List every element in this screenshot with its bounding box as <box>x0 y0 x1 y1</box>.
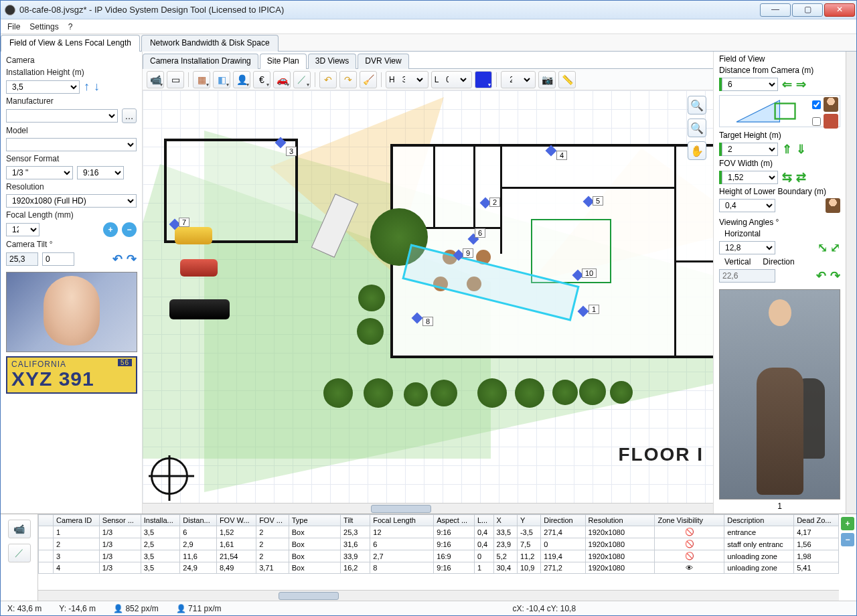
focal-plus-button[interactable]: + <box>103 222 118 237</box>
camera-preset-icon[interactable]: 📷 <box>538 71 556 88</box>
table-hscroll[interactable] <box>38 590 839 601</box>
col-header[interactable]: FOV W... <box>216 515 256 526</box>
wall-tool-icon[interactable]: ▦▾ <box>193 71 210 88</box>
target-up-icon[interactable]: ⇑ <box>782 142 792 157</box>
target-a-check[interactable] <box>812 100 821 109</box>
sensor-select[interactable]: 1/3 " <box>6 166 73 179</box>
col-header[interactable]: Focal Length <box>370 515 434 526</box>
tilt-ccw-icon[interactable]: ↶ <box>112 252 123 266</box>
H-control[interactable]: H3,5 <box>386 71 428 88</box>
lower-boundary-select[interactable]: 0,4 <box>719 199 775 212</box>
zoom-out-button[interactable]: 🔍 <box>688 119 706 137</box>
table-row[interactable]: 11/33,561,522Box25,3129:160,433,5-3,5271… <box>39 526 839 538</box>
maximize-button[interactable]: ▢ <box>792 3 823 17</box>
menu-settings[interactable]: Settings <box>29 22 58 31</box>
camera-tool-icon[interactable]: 📹▾ <box>147 71 164 88</box>
sensor-label: Sensor Format <box>6 154 137 163</box>
col-header[interactable]: Camera ID <box>54 515 100 526</box>
add-row-button[interactable]: + <box>841 517 854 530</box>
number-control[interactable]: 2 <box>501 71 536 88</box>
tab-dvr-view[interactable]: DVR View <box>358 54 408 69</box>
redo-button[interactable]: ↷ <box>339 71 357 88</box>
fovw-in-icon[interactable]: ⇄ <box>796 170 806 185</box>
col-header[interactable]: Installa... <box>141 515 180 526</box>
col-header[interactable]: X <box>493 515 517 526</box>
col-header[interactable]: Description <box>724 515 794 526</box>
install-height-select[interactable]: 3,5 <box>6 80 80 94</box>
tilt-value-2[interactable] <box>42 252 74 266</box>
focal-minus-button[interactable]: − <box>122 222 137 237</box>
col-header[interactable]: Direction <box>541 515 585 526</box>
canvas-hscroll[interactable] <box>143 503 713 514</box>
clear-button[interactable]: 🧹 <box>360 71 377 88</box>
col-header[interactable]: Resolution <box>585 515 655 526</box>
measure-tool-icon[interactable]: 📏 <box>558 71 576 88</box>
person-tool-icon[interactable]: 👤▾ <box>233 71 250 88</box>
dist-right-icon[interactable]: ⇒ <box>796 77 806 92</box>
install-height-down-icon[interactable]: ↓ <box>94 80 100 94</box>
sensor-aspect-select[interactable]: 9:16 <box>77 166 124 179</box>
col-header[interactable]: Aspect ... <box>434 515 475 526</box>
manufacturer-browse-button[interactable]: … <box>122 108 137 123</box>
manufacturer-select[interactable] <box>6 109 118 123</box>
target-down-icon[interactable]: ⇓ <box>796 142 806 157</box>
focal-length-select[interactable]: 12 <box>6 223 40 236</box>
undo-button[interactable]: ↶ <box>319 71 337 88</box>
dir-ccw-icon[interactable]: ↶ <box>816 268 826 283</box>
menu-file[interactable]: File <box>7 22 20 31</box>
tab-3d-views[interactable]: 3D Views <box>308 54 356 69</box>
tab-network[interactable]: Network Bandwidth & Disk Space <box>141 35 279 52</box>
target-b-check[interactable] <box>812 117 821 126</box>
col-header[interactable]: Distan... <box>180 515 217 526</box>
col-header[interactable]: FOV ... <box>256 515 289 526</box>
car-tool-icon[interactable]: 🚗▾ <box>273 71 291 88</box>
angle-contract-icon[interactable]: ⤢ <box>830 240 840 255</box>
model-select[interactable] <box>6 138 137 151</box>
col-header[interactable]: Sensor ... <box>99 515 141 526</box>
person-a-icon <box>824 97 838 112</box>
table-row[interactable]: 31/33,511,621,542Box33,92,716:905,211,21… <box>39 550 839 562</box>
model-label: Model <box>6 126 137 135</box>
dir-cw-icon[interactable]: ↷ <box>830 268 840 283</box>
lower-boundary-label: Height of Lower Boundary (m) <box>719 187 840 196</box>
distance-select[interactable]: 6 <box>722 78 778 91</box>
dist-left-icon[interactable]: ⇐ <box>782 77 792 92</box>
table-line-icon[interactable]: ／ <box>8 544 31 562</box>
zoom-in-button[interactable]: 🔍 <box>688 96 706 114</box>
site-plan-canvas[interactable]: 1 2 3 4 5 6 7 8 9 10 FLOOR I 🔍 🔍 ✋ <box>143 90 713 503</box>
main-vscroll[interactable] <box>846 52 856 514</box>
pan-button[interactable]: ✋ <box>688 141 706 160</box>
tab-fov[interactable]: Field of View & Lens Focal Length <box>1 35 140 52</box>
col-header[interactable]: Y <box>517 515 540 526</box>
fov-width-select[interactable]: 1,52 <box>722 171 778 184</box>
L-control[interactable]: L0 <box>431 71 473 88</box>
install-height-label: Installation Height (m) <box>6 68 137 77</box>
table-row[interactable]: 41/33,524,98,493,71Box16,289:16130,410,9… <box>39 562 839 574</box>
col-header[interactable]: Tilt <box>341 515 370 526</box>
euro-tool-icon[interactable]: €▾ <box>253 71 270 88</box>
col-header[interactable]: L... <box>474 515 493 526</box>
minimize-button[interactable]: — <box>760 3 791 17</box>
col-header[interactable]: Type <box>289 515 340 526</box>
line-tool-icon[interactable]: ／▾ <box>293 71 311 88</box>
col-header[interactable]: Zone Visibility <box>655 515 724 526</box>
horiz-select[interactable]: 12,8 <box>719 241 775 254</box>
install-height-up-icon[interactable]: ↑ <box>84 80 90 94</box>
target-height-select[interactable]: 2 <box>722 143 778 156</box>
table-camera-icon[interactable]: 📹 <box>8 520 31 538</box>
col-header[interactable]: Dead Zo... <box>794 515 839 526</box>
tilt-value-1[interactable] <box>6 252 38 266</box>
rectangle-tool-icon[interactable]: ▭ <box>167 71 184 88</box>
remove-row-button[interactable]: − <box>841 533 854 546</box>
tab-camera-drawing[interactable]: Camera Installation Drawing <box>143 54 258 69</box>
tilt-cw-icon[interactable]: ↷ <box>127 252 137 266</box>
tab-site-plan[interactable]: Site Plan <box>260 54 307 69</box>
angle-expand-icon[interactable]: ⤡ <box>817 240 828 255</box>
menu-help[interactable]: ? <box>68 22 73 31</box>
resolution-select[interactable]: 1920x1080 (Full HD) <box>6 194 137 208</box>
fovw-out-icon[interactable]: ⇆ <box>782 170 792 185</box>
color-swatch[interactable]: ▾ <box>475 71 492 88</box>
cube-tool-icon[interactable]: ◧▾ <box>213 71 230 88</box>
close-button[interactable]: ✕ <box>824 3 855 17</box>
table-row[interactable]: 21/32,52,91,612Box31,669:160,423,97,5019… <box>39 538 839 550</box>
